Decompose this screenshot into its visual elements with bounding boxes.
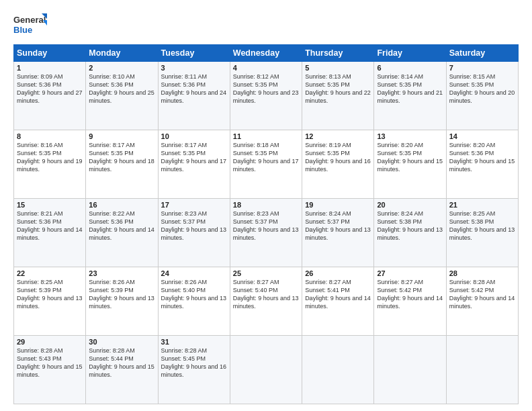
calendar-cell: 11Sunrise: 8:18 AMSunset: 5:35 PMDayligh… <box>230 130 302 199</box>
day-number: 20 <box>377 201 443 209</box>
calendar-cell: 27Sunrise: 8:27 AMSunset: 5:42 PMDayligh… <box>374 267 446 336</box>
day-number: 25 <box>233 269 299 277</box>
calendar-cell: 7Sunrise: 8:15 AMSunset: 5:35 PMDaylight… <box>446 62 518 130</box>
day-number: 1 <box>17 64 83 72</box>
day-info: Sunrise: 8:18 AMSunset: 5:35 PMDaylight:… <box>233 141 299 174</box>
calendar-cell: 12Sunrise: 8:19 AMSunset: 5:35 PMDayligh… <box>302 130 374 199</box>
calendar-cell: 20Sunrise: 8:24 AMSunset: 5:38 PMDayligh… <box>374 199 446 267</box>
calendar-cell: 23Sunrise: 8:26 AMSunset: 5:39 PMDayligh… <box>86 267 158 336</box>
day-info: Sunrise: 8:19 AMSunset: 5:35 PMDaylight:… <box>305 141 371 174</box>
day-number: 2 <box>89 64 154 72</box>
calendar-cell: 25Sunrise: 8:27 AMSunset: 5:40 PMDayligh… <box>230 267 302 336</box>
calendar-cell: 15Sunrise: 8:21 AMSunset: 5:36 PMDayligh… <box>14 199 86 267</box>
day-number: 9 <box>89 132 154 140</box>
day-info: Sunrise: 8:20 AMSunset: 5:36 PMDaylight:… <box>449 141 515 174</box>
calendar-cell: 24Sunrise: 8:26 AMSunset: 5:40 PMDayligh… <box>158 267 230 336</box>
weekday-header-tuesday: Tuesday <box>158 45 230 62</box>
day-info: Sunrise: 8:27 AMSunset: 5:40 PMDaylight:… <box>233 278 299 311</box>
calendar-cell: 30Sunrise: 8:28 AMSunset: 5:44 PMDayligh… <box>86 336 158 404</box>
day-info: Sunrise: 8:26 AMSunset: 5:39 PMDaylight:… <box>89 278 154 311</box>
day-info: Sunrise: 8:11 AMSunset: 5:36 PMDaylight:… <box>161 73 227 105</box>
day-info: Sunrise: 8:21 AMSunset: 5:36 PMDaylight:… <box>17 210 83 242</box>
day-info: Sunrise: 8:23 AMSunset: 5:37 PMDaylight:… <box>233 210 299 242</box>
day-number: 31 <box>161 338 227 346</box>
day-number: 24 <box>161 269 227 277</box>
calendar-cell: 3Sunrise: 8:11 AMSunset: 5:36 PMDaylight… <box>158 62 230 130</box>
day-number: 14 <box>449 132 515 140</box>
day-info: Sunrise: 8:28 AMSunset: 5:42 PMDaylight:… <box>449 278 515 311</box>
day-number: 23 <box>89 269 154 277</box>
day-number: 27 <box>377 269 443 277</box>
weekday-header-row: SundayMondayTuesdayWednesdayThursdayFrid… <box>14 45 519 62</box>
calendar-cell: 31Sunrise: 8:28 AMSunset: 5:45 PMDayligh… <box>158 336 230 404</box>
day-info: Sunrise: 8:25 AMSunset: 5:38 PMDaylight:… <box>449 210 515 242</box>
calendar-cell: 17Sunrise: 8:23 AMSunset: 5:37 PMDayligh… <box>158 199 230 267</box>
calendar-cell: 8Sunrise: 8:16 AMSunset: 5:35 PMDaylight… <box>14 130 86 199</box>
day-info: Sunrise: 8:22 AMSunset: 5:36 PMDaylight:… <box>89 210 154 242</box>
weekday-header-thursday: Thursday <box>302 45 374 62</box>
day-number: 29 <box>17 338 83 346</box>
day-number: 3 <box>161 64 227 72</box>
calendar-week-3: 15Sunrise: 8:21 AMSunset: 5:36 PMDayligh… <box>14 199 519 267</box>
calendar-cell <box>374 336 446 404</box>
calendar-cell: 19Sunrise: 8:24 AMSunset: 5:37 PMDayligh… <box>302 199 374 267</box>
day-info: Sunrise: 8:24 AMSunset: 5:38 PMDaylight:… <box>377 210 443 242</box>
calendar-cell: 29Sunrise: 8:28 AMSunset: 5:43 PMDayligh… <box>14 336 86 404</box>
day-number: 5 <box>305 64 371 72</box>
day-info: Sunrise: 8:17 AMSunset: 5:35 PMDaylight:… <box>89 141 154 174</box>
day-info: Sunrise: 8:26 AMSunset: 5:40 PMDaylight:… <box>161 278 227 311</box>
day-number: 16 <box>89 201 154 209</box>
calendar-cell: 13Sunrise: 8:20 AMSunset: 5:35 PMDayligh… <box>374 130 446 199</box>
day-number: 19 <box>305 201 371 209</box>
calendar-week-2: 8Sunrise: 8:16 AMSunset: 5:35 PMDaylight… <box>14 130 519 199</box>
day-number: 11 <box>233 132 299 140</box>
day-info: Sunrise: 8:28 AMSunset: 5:44 PMDaylight:… <box>89 347 154 379</box>
day-info: Sunrise: 8:09 AMSunset: 5:36 PMDaylight:… <box>17 73 83 105</box>
day-info: Sunrise: 8:23 AMSunset: 5:37 PMDaylight:… <box>161 210 227 242</box>
logo: General Blue <box>13 12 47 38</box>
day-info: Sunrise: 8:27 AMSunset: 5:41 PMDaylight:… <box>305 278 371 311</box>
page: General Blue SundayMondayTuesdayWednesda… <box>0 0 532 411</box>
calendar-table: SundayMondayTuesdayWednesdayThursdayFrid… <box>13 44 519 404</box>
calendar-cell: 6Sunrise: 8:14 AMSunset: 5:35 PMDaylight… <box>374 62 446 130</box>
day-number: 21 <box>449 201 515 209</box>
day-info: Sunrise: 8:24 AMSunset: 5:37 PMDaylight:… <box>305 210 371 242</box>
svg-text:Blue: Blue <box>13 25 32 35</box>
day-info: Sunrise: 8:28 AMSunset: 5:43 PMDaylight:… <box>17 347 83 379</box>
day-info: Sunrise: 8:20 AMSunset: 5:35 PMDaylight:… <box>377 141 443 174</box>
calendar-cell: 18Sunrise: 8:23 AMSunset: 5:37 PMDayligh… <box>230 199 302 267</box>
calendar-cell <box>302 336 374 404</box>
calendar-week-1: 1Sunrise: 8:09 AMSunset: 5:36 PMDaylight… <box>14 62 519 130</box>
day-number: 12 <box>305 132 371 140</box>
logo-svg: General Blue <box>13 12 47 38</box>
day-number: 4 <box>233 64 299 72</box>
calendar-cell: 4Sunrise: 8:12 AMSunset: 5:35 PMDaylight… <box>230 62 302 130</box>
day-info: Sunrise: 8:15 AMSunset: 5:35 PMDaylight:… <box>449 73 515 105</box>
day-number: 7 <box>449 64 515 72</box>
calendar-cell: 1Sunrise: 8:09 AMSunset: 5:36 PMDaylight… <box>14 62 86 130</box>
header: General Blue <box>13 12 519 38</box>
calendar-cell: 16Sunrise: 8:22 AMSunset: 5:36 PMDayligh… <box>86 199 158 267</box>
day-info: Sunrise: 8:25 AMSunset: 5:39 PMDaylight:… <box>17 278 83 311</box>
day-info: Sunrise: 8:17 AMSunset: 5:35 PMDaylight:… <box>161 141 227 174</box>
calendar-week-5: 29Sunrise: 8:28 AMSunset: 5:43 PMDayligh… <box>14 336 519 404</box>
day-number: 13 <box>377 132 443 140</box>
calendar-cell: 5Sunrise: 8:13 AMSunset: 5:35 PMDaylight… <box>302 62 374 130</box>
day-info: Sunrise: 8:28 AMSunset: 5:45 PMDaylight:… <box>161 347 227 379</box>
day-number: 17 <box>161 201 227 209</box>
day-info: Sunrise: 8:12 AMSunset: 5:35 PMDaylight:… <box>233 73 299 105</box>
day-info: Sunrise: 8:13 AMSunset: 5:35 PMDaylight:… <box>305 73 371 105</box>
day-number: 26 <box>305 269 371 277</box>
weekday-header-friday: Friday <box>374 45 446 62</box>
day-number: 8 <box>17 132 83 140</box>
calendar-cell: 28Sunrise: 8:28 AMSunset: 5:42 PMDayligh… <box>446 267 518 336</box>
calendar-cell: 26Sunrise: 8:27 AMSunset: 5:41 PMDayligh… <box>302 267 374 336</box>
day-info: Sunrise: 8:27 AMSunset: 5:42 PMDaylight:… <box>377 278 443 311</box>
calendar-week-4: 22Sunrise: 8:25 AMSunset: 5:39 PMDayligh… <box>14 267 519 336</box>
calendar-body: 1Sunrise: 8:09 AMSunset: 5:36 PMDaylight… <box>14 62 519 404</box>
weekday-header-wednesday: Wednesday <box>230 45 302 62</box>
calendar-cell: 22Sunrise: 8:25 AMSunset: 5:39 PMDayligh… <box>14 267 86 336</box>
calendar-cell: 14Sunrise: 8:20 AMSunset: 5:36 PMDayligh… <box>446 130 518 199</box>
day-number: 15 <box>17 201 83 209</box>
calendar-cell: 10Sunrise: 8:17 AMSunset: 5:35 PMDayligh… <box>158 130 230 199</box>
